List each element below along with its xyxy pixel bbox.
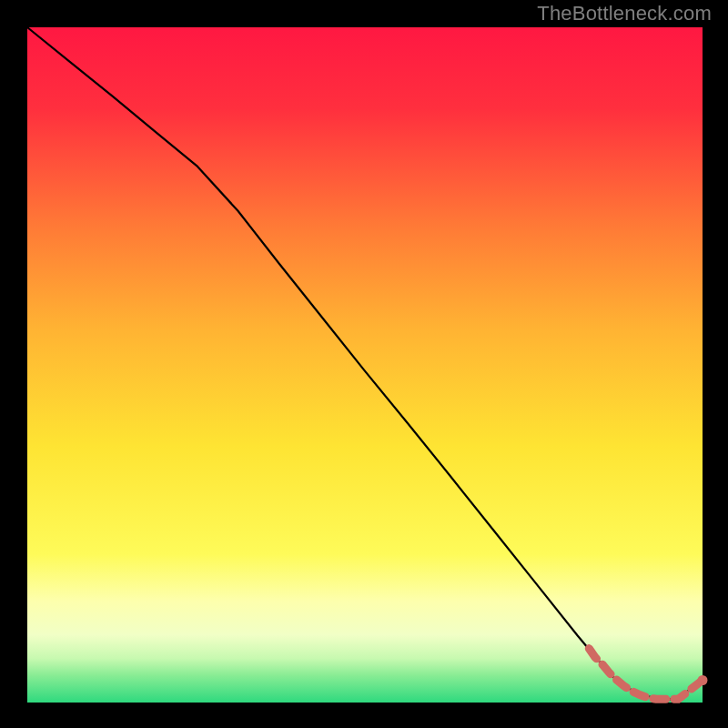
watermark-text: TheBottleneck.com xyxy=(537,2,712,25)
chart-svg xyxy=(0,0,728,728)
plot-background xyxy=(27,27,703,703)
chart-frame: { "watermark": "TheBottleneck.com", "cha… xyxy=(0,0,728,728)
marker-end-dot xyxy=(698,675,708,685)
